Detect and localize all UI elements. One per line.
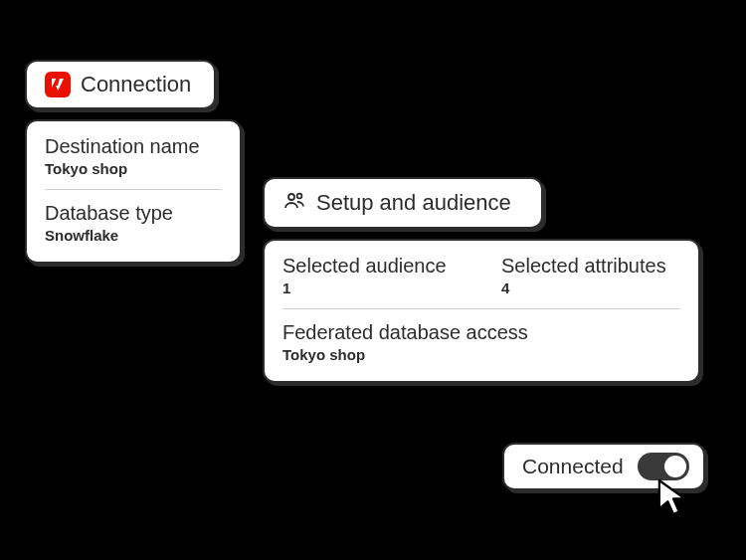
connection-header-label: Connection (81, 72, 191, 97)
connection-details-card: Destination name Tokyo shop Database typ… (25, 119, 242, 264)
audience-people-icon (282, 189, 306, 217)
federated-access-label: Federated database access (282, 321, 680, 344)
destination-name-label: Destination name (45, 135, 222, 158)
connected-label: Connected (522, 455, 624, 478)
selected-audience-value: 1 (282, 280, 462, 296)
selected-attributes-label: Selected attributes (501, 255, 680, 278)
database-type-field: Database type Snowflake (45, 202, 222, 244)
divider (45, 189, 222, 190)
svg-point-1 (297, 194, 302, 199)
setup-header-card: Setup and audience (263, 177, 543, 229)
selected-audience-label: Selected audience (282, 255, 462, 278)
database-type-label: Database type (45, 202, 222, 225)
setup-details-card: Selected audience 1 Selected attributes … (263, 239, 700, 383)
destination-name-field: Destination name Tokyo shop (45, 135, 222, 177)
selected-attributes-value: 4 (501, 280, 680, 296)
destination-name-value: Tokyo shop (45, 160, 222, 177)
setup-header-label: Setup and audience (316, 190, 511, 216)
svg-point-0 (288, 194, 294, 200)
selected-audience-field: Selected audience 1 (282, 255, 462, 296)
federated-access-field: Federated database access Tokyo shop (282, 321, 680, 363)
connection-header-card: Connection (25, 60, 216, 109)
connected-toggle[interactable] (638, 453, 689, 480)
cursor-pointer-icon (656, 477, 690, 517)
federated-access-value: Tokyo shop (282, 346, 680, 363)
adobe-logo-icon (45, 72, 71, 97)
database-type-value: Snowflake (45, 227, 222, 244)
divider (282, 308, 680, 309)
selected-attributes-field: Selected attributes 4 (501, 255, 680, 296)
toggle-knob (664, 456, 686, 477)
